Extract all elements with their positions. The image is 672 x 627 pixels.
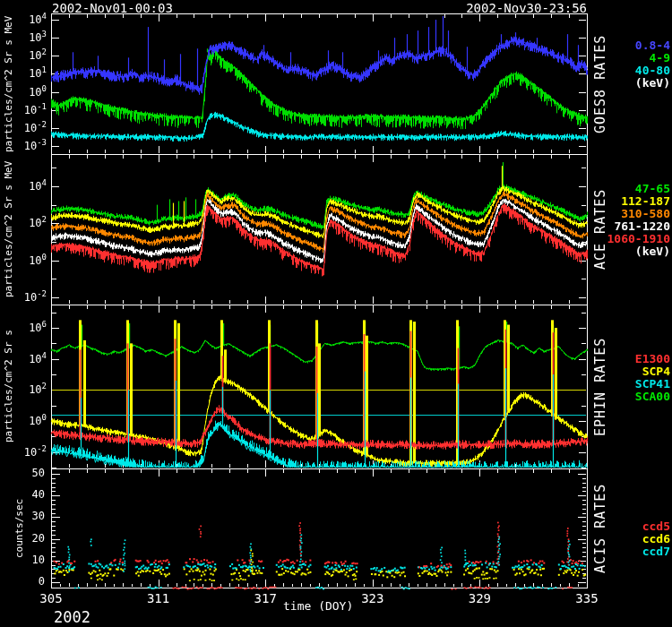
- plot-canvas: [0, 0, 672, 627]
- panel-side-label: EPHIN RATES: [590, 305, 610, 468]
- x-tick-label: 323: [361, 591, 383, 606]
- x-tick-label: 335: [575, 591, 598, 606]
- legend-item: 40-80: [635, 64, 670, 77]
- legend-ace: 47-65112-187310-580761-12201060-1910(keV…: [607, 183, 670, 258]
- y-axis-unit-label: counts/sec: [13, 468, 25, 588]
- legend-ephin: E1300SCP4SCP41SCA00: [635, 353, 670, 403]
- legend-acis: ccd5ccd6ccd7: [642, 520, 670, 558]
- legend-item: 1060-1910: [607, 233, 670, 245]
- legend-goes8: 0.8-44-940-80(keV): [635, 39, 670, 90]
- legend-item: SCP4: [635, 365, 670, 378]
- y-axis-unit-label: particles/cm^2 Sr s MeV: [2, 13, 14, 154]
- y-axis-unit-label: particles/cm^2 Sr s: [2, 305, 14, 468]
- legend-item: 0.8-4: [635, 39, 670, 52]
- x-tick-label: 317: [254, 591, 277, 606]
- legend-item: ccd7: [642, 545, 670, 558]
- legend-item: 47-65: [607, 183, 670, 195]
- x-axis-year: 2002: [54, 608, 90, 626]
- legend-item: 112-187: [607, 195, 670, 208]
- legend-item: ccd6: [642, 533, 670, 545]
- title-start-time: 2002-Nov01-00:03: [52, 1, 173, 15]
- legend-item: 761-1220: [607, 220, 670, 233]
- legend-item: 310-580: [607, 208, 670, 220]
- legend-item: SCA00: [635, 391, 670, 403]
- legend-item: ccd5: [642, 520, 670, 533]
- panel-side-label: ACIS RATES: [590, 468, 610, 588]
- title-end-time: 2002-Nov30-23:56: [466, 1, 587, 15]
- legend-item: (keV): [607, 245, 670, 258]
- legend-item: (keV): [635, 77, 670, 90]
- x-tick-label: 311: [147, 591, 169, 606]
- panel-side-label: GOES8 RATES: [590, 13, 610, 154]
- x-axis-label: time (DOY): [283, 599, 353, 613]
- legend-item: SCP41: [635, 378, 670, 391]
- y-axis-unit-label: particles/cm^2 Sr s MeV: [2, 154, 14, 305]
- legend-item: 4-9: [635, 52, 670, 64]
- x-tick-label: 305: [39, 591, 62, 606]
- x-tick-label: 329: [469, 591, 491, 606]
- legend-item: E1300: [635, 353, 670, 365]
- figure: 2002-Nov01-00:03 2002-Nov30-23:56 104103…: [0, 0, 672, 627]
